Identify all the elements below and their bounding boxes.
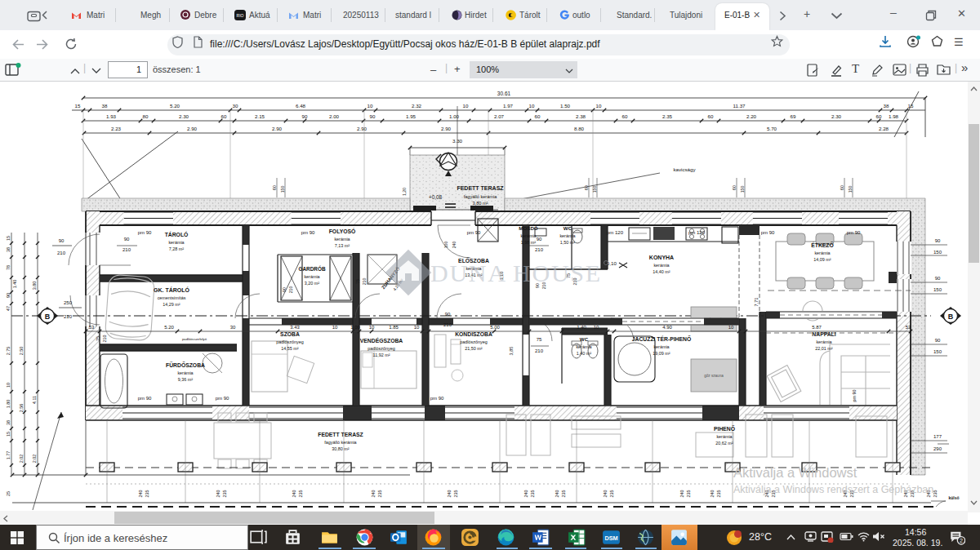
svg-text:2.90: 2.90 xyxy=(441,126,452,131)
svg-text:kerámia: kerámia xyxy=(653,263,669,268)
svg-text:5.70: 5.70 xyxy=(767,126,777,131)
svg-text:53: 53 xyxy=(89,325,95,330)
svg-text:210: 210 xyxy=(64,314,73,319)
svg-text:fagyálló kerámia: fagyálló kerámia xyxy=(464,194,498,199)
svg-text:GARDRÓB: GARDRÓB xyxy=(298,265,325,272)
svg-text:padlóösszefolyó: padlóösszefolyó xyxy=(182,337,207,341)
svg-text:pm 90: pm 90 xyxy=(847,230,861,235)
svg-text:1.80: 1.80 xyxy=(6,400,11,409)
svg-text:90: 90 xyxy=(537,237,542,242)
svg-text:210: 210 xyxy=(362,278,367,286)
svg-text:210: 210 xyxy=(102,335,107,343)
svg-text:7,71: 7,71 xyxy=(754,298,759,307)
svg-text:VENDÉGSZOBA: VENDÉGSZOBA xyxy=(360,337,403,344)
svg-text:240: 240 xyxy=(216,490,220,498)
svg-text:RIO: RIO xyxy=(237,13,244,18)
svg-text:kerámia: kerámia xyxy=(716,434,732,439)
svg-text:60: 60 xyxy=(876,113,882,119)
svg-text:5.00: 5.00 xyxy=(490,325,500,330)
svg-text:1.40: 1.40 xyxy=(12,280,17,289)
svg-text:250: 250 xyxy=(64,300,73,305)
svg-text:2.28: 2.28 xyxy=(879,126,889,131)
svg-text:38: 38 xyxy=(6,247,11,252)
svg-text:150: 150 xyxy=(848,186,853,193)
svg-text:3,85: 3,85 xyxy=(509,347,514,356)
svg-text:1.77: 1.77 xyxy=(6,451,11,460)
svg-text:3.43: 3.43 xyxy=(290,325,300,330)
svg-text:kavicságy: kavicságy xyxy=(673,166,696,172)
svg-text:1.95: 1.95 xyxy=(406,113,416,119)
svg-text:14,29 m²: 14,29 m² xyxy=(163,302,180,307)
svg-text:Aktiválja a Windowst: Aktiválja a Windowst xyxy=(733,465,858,480)
svg-text:5.87: 5.87 xyxy=(812,325,822,330)
svg-text:10: 10 xyxy=(596,103,602,109)
svg-text:NAPPALI: NAPPALI xyxy=(812,331,835,337)
svg-text:90: 90 xyxy=(935,338,941,343)
svg-text:11,92 m²: 11,92 m² xyxy=(373,353,390,357)
svg-text:1.93: 1.93 xyxy=(106,113,117,119)
svg-text:150: 150 xyxy=(592,186,597,193)
svg-text:210: 210 xyxy=(57,251,66,255)
svg-text:10: 10 xyxy=(728,325,734,330)
svg-text:MOSDÓ: MOSDÓ xyxy=(519,225,538,231)
svg-text:38: 38 xyxy=(6,420,11,425)
svg-text:150: 150 xyxy=(933,349,942,354)
svg-text:90: 90 xyxy=(302,113,308,119)
svg-text:7,28 m²: 7,28 m² xyxy=(169,246,184,251)
svg-text:2.00: 2.00 xyxy=(329,113,340,119)
svg-text:20,62 m²: 20,62 m² xyxy=(715,441,733,446)
svg-text:30: 30 xyxy=(233,103,238,109)
svg-text:150: 150 xyxy=(280,186,285,193)
svg-text:235: 235 xyxy=(561,490,566,498)
svg-text:1.85: 1.85 xyxy=(389,325,399,330)
svg-text:10: 10 xyxy=(594,325,599,330)
svg-text:KONDISZOBA: KONDISZOBA xyxy=(455,331,492,337)
svg-text:kerámia: kerámia xyxy=(816,339,831,344)
svg-text:14,40 m²: 14,40 m² xyxy=(653,269,670,274)
svg-text:11.37: 11.37 xyxy=(733,103,746,109)
svg-text:kerámia: kerámia xyxy=(520,233,536,238)
svg-text:90: 90 xyxy=(370,113,376,119)
svg-text:60: 60 xyxy=(732,185,737,190)
svg-text:1.00: 1.00 xyxy=(350,325,360,330)
svg-text:PIHENŐ: PIHENŐ xyxy=(714,425,735,432)
svg-text:1,40 m²: 1,40 m² xyxy=(577,351,591,356)
svg-text:B: B xyxy=(45,313,51,321)
svg-text:KONYHA: KONYHA xyxy=(649,255,674,260)
svg-text:14,09 m²: 14,09 m² xyxy=(813,257,831,262)
svg-text:kerámia: kerámia xyxy=(576,344,591,349)
svg-text:60: 60 xyxy=(840,185,844,190)
svg-text:1,98 m²: 1,98 m² xyxy=(521,240,536,245)
svg-text:75: 75 xyxy=(537,337,542,342)
svg-text:5.20: 5.20 xyxy=(170,103,180,109)
svg-text:SZOBA: SZOBA xyxy=(280,331,300,337)
svg-text:FOLYOSÓ: FOLYOSÓ xyxy=(329,228,356,234)
svg-text:235: 235 xyxy=(716,490,721,498)
svg-text:9,36 m²: 9,36 m² xyxy=(178,377,193,382)
svg-text:150: 150 xyxy=(933,250,942,255)
svg-text:47: 47 xyxy=(6,306,11,311)
svg-text:100: 100 xyxy=(443,242,448,249)
svg-text:kerámia: kerámia xyxy=(559,233,575,238)
svg-text:3,20 m²: 3,20 m² xyxy=(305,281,319,286)
svg-text:240: 240 xyxy=(292,490,296,498)
svg-text:90: 90 xyxy=(6,293,11,298)
svg-text:3,80 m²: 3,80 m² xyxy=(473,201,488,206)
svg-text:21,50 m²: 21,50 m² xyxy=(465,346,482,351)
svg-text:240: 240 xyxy=(447,490,452,498)
svg-text:2.07: 2.07 xyxy=(494,113,505,119)
svg-text:235: 235 xyxy=(609,490,614,498)
svg-text:240: 240 xyxy=(523,490,528,498)
svg-text:53: 53 xyxy=(906,325,911,330)
svg-text:FEDETT TERASZ: FEDETT TERASZ xyxy=(318,432,363,437)
svg-text:240: 240 xyxy=(452,242,457,249)
svg-text:GK. TÁROLÓ: GK. TÁROLÓ xyxy=(154,286,189,293)
svg-text:pm 120: pm 120 xyxy=(607,230,624,235)
svg-text:2.38: 2.38 xyxy=(576,113,586,119)
svg-text:2.90: 2.90 xyxy=(187,126,198,131)
svg-text:14,55 m²: 14,55 m² xyxy=(281,346,298,351)
svg-text:60: 60 xyxy=(535,113,541,119)
svg-text:10: 10 xyxy=(463,103,469,109)
svg-text:19,09 m²: 19,09 m² xyxy=(653,351,670,356)
svg-text:235: 235 xyxy=(686,490,691,498)
